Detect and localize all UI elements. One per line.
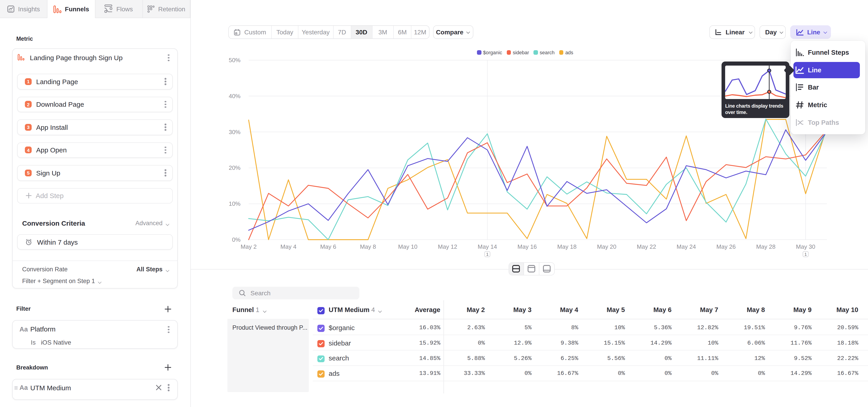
svg-text:May 4: May 4: [281, 243, 297, 250]
svg-text:30%: 30%: [229, 129, 241, 135]
svg-text:May 30: May 30: [796, 243, 815, 250]
svg-text:May 20: May 20: [597, 243, 616, 250]
svg-text:May 16: May 16: [518, 243, 537, 250]
svg-text:May 10: May 10: [398, 243, 417, 250]
svg-text:May 26: May 26: [716, 243, 736, 250]
svg-text:20%: 20%: [229, 164, 241, 171]
svg-text:May 12: May 12: [438, 243, 457, 250]
svg-text:May 2: May 2: [241, 243, 257, 250]
svg-text:May 18: May 18: [557, 243, 577, 250]
svg-text:May 6: May 6: [320, 243, 336, 250]
svg-text:1: 1: [804, 252, 807, 257]
svg-text:May 24: May 24: [677, 243, 696, 250]
svg-text:40%: 40%: [229, 93, 241, 99]
svg-text:10%: 10%: [229, 200, 241, 207]
svg-text:May 22: May 22: [637, 243, 656, 250]
svg-text:May 28: May 28: [756, 243, 775, 250]
svg-text:0%: 0%: [232, 236, 241, 243]
svg-text:May 8: May 8: [360, 243, 376, 250]
svg-text:50%: 50%: [229, 57, 241, 64]
svg-text:May 14: May 14: [477, 243, 497, 250]
svg-text:1: 1: [486, 252, 489, 257]
